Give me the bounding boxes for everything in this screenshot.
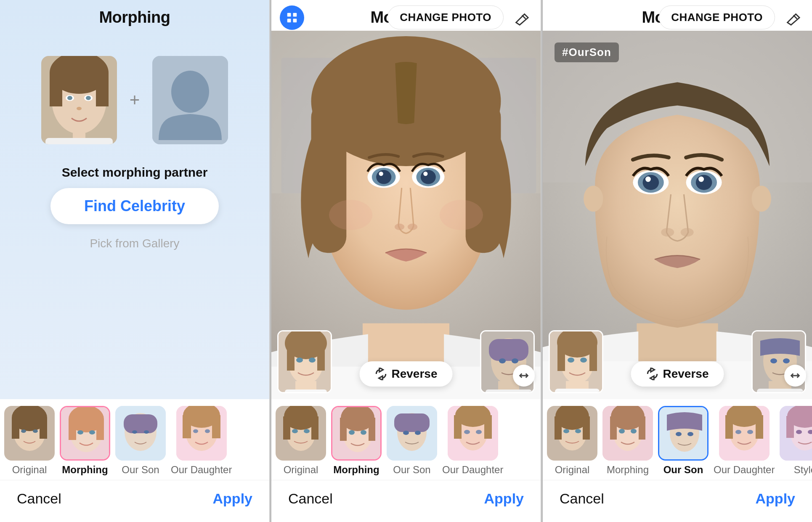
screen3-thumb-female[interactable] [549,330,603,393]
screen3-expand-btn[interactable] [784,365,806,387]
screen2-thumb-female-svg [279,331,332,393]
svg-rect-11 [45,138,113,144]
svg-point-144 [563,429,569,433]
svg-rect-37 [212,415,220,438]
svg-point-13 [171,71,209,113]
svg-point-112 [584,185,603,212]
svg-rect-43 [293,19,297,22]
screen3-cancel-btn[interactable]: Cancel [560,490,604,507]
tab-ourson-s1[interactable]: Our Son [115,406,166,476]
svg-point-106 [464,430,470,434]
person2-placeholder[interactable] [152,56,228,144]
person1-face-svg [41,56,117,144]
reverse-icon [375,368,387,380]
svg-point-117 [645,177,651,182]
tab-thumb-original-svg-s1 [4,406,55,461]
tab-thumb-original-s3 [547,406,597,461]
svg-point-152 [631,429,637,434]
tab-label-ourson-s1: Our Son [122,464,159,476]
screen1-tabs-strip: Original Morphing [0,399,269,480]
screen3-reverse-btn[interactable]: Reverse [631,361,724,387]
svg-point-27 [89,430,95,435]
tab-morphing-s2[interactable]: Morphing [331,406,382,476]
svg-rect-132 [555,389,600,393]
svg-rect-104 [454,415,462,439]
screen2-expand-btn[interactable] [513,365,535,387]
reverse-label: Reverse [392,367,438,381]
screen3-change-photo-btn[interactable]: CHANGE PHOTO [659,5,775,29]
screen3-tabs-strip: Original Morphing [543,399,812,480]
svg-point-99 [403,431,409,435]
svg-point-130 [580,358,587,363]
grid-icon-circle[interactable] [280,5,304,30]
svg-rect-42 [287,19,291,22]
screen1-cancel-btn[interactable]: Cancel [17,490,61,507]
svg-point-145 [575,429,581,433]
screen2-header: Morphing CHANGE PHOTO [271,0,541,31]
screen3-apply-btn[interactable]: Apply [756,490,795,507]
tab-morphing-s3[interactable]: Morphing [602,406,653,476]
screen2-apply-btn[interactable]: Apply [484,490,524,507]
svg-rect-127 [557,342,565,371]
tab-thumb-ourson-s1 [115,406,166,461]
tab-morphing-s1[interactable]: Morphing [60,406,110,476]
screen2-header-right: CHANGE PHOTO [387,5,532,29]
screen3-header: Morphing CHANGE PHOTO [543,0,812,31]
screen1-header: Morphing [0,0,269,31]
pick-gallery-button[interactable]: Pick from Gallery [85,233,183,254]
tab-ourson-s2[interactable]: Our Son [387,406,437,476]
screen3-main-image: #OurSon [543,31,812,399]
tab-style-s3[interactable]: Style [780,406,812,476]
svg-rect-93 [369,418,375,441]
svg-rect-17 [12,418,19,439]
tab-label-ourson-s3: Our Son [663,464,703,476]
tab-thumb-style-s3 [780,406,812,461]
tab-label-ourdaughter-s1: Our Daughter [171,464,232,476]
svg-point-20 [33,429,38,433]
screen1-apply-btn[interactable]: Apply [213,490,252,507]
svg-rect-143 [583,416,590,440]
tab-thumb-original-s2 [276,406,326,461]
tab-original-s1[interactable]: Original [4,406,55,476]
tab-ourdaughter-s1[interactable]: Our Daughter [171,406,232,476]
screen3-eraser-btn[interactable] [781,6,804,29]
screen3-watermark: #OurSon [555,42,619,62]
screen2-eraser-btn[interactable] [509,6,532,29]
svg-point-162 [735,430,741,434]
find-celebrity-button[interactable]: Find Celebrity [50,188,219,224]
screen2-reverse-btn[interactable]: Reverse [360,361,453,387]
svg-rect-160 [725,415,733,439]
tab-thumb-ourson-s3 [658,406,709,461]
tab-original-s3[interactable]: Original [547,406,597,476]
expand-icon [518,370,530,382]
person1-photo[interactable] [41,56,117,144]
screen2-main-image: Reverse [271,31,541,399]
svg-point-107 [476,430,482,434]
tab-thumb-ourdaughter-s2 [448,406,498,461]
screen2-thumb-female[interactable] [277,330,332,393]
svg-point-57 [379,172,383,176]
screen2-cancel-btn[interactable]: Cancel [288,490,333,507]
screen2-grid-btn[interactable] [280,5,304,30]
svg-rect-85 [283,416,290,440]
tab-ourson-s3[interactable]: Our Son [658,406,709,476]
tab-label-ourdaughter-s2: Our Daughter [442,464,503,476]
svg-point-56 [376,170,391,184]
tab-ourdaughter-s2[interactable]: Our Daughter [442,406,503,476]
svg-point-63 [408,224,417,230]
svg-point-6 [67,96,72,100]
screen2-action-bar: Cancel Apply [271,480,541,522]
svg-point-39 [205,429,210,433]
svg-rect-149 [610,416,617,440]
svg-rect-138 [757,389,803,393]
svg-point-122 [661,228,674,237]
svg-point-169 [796,430,802,434]
tab-thumb-ourson-s2 [387,406,437,461]
tab-ourdaughter-s3[interactable]: Our Daughter [714,406,775,476]
tab-original-s2[interactable]: Original [276,406,326,476]
screen2-change-photo-btn[interactable]: CHANGE PHOTO [387,5,504,29]
svg-point-64 [329,200,372,230]
svg-rect-150 [639,416,645,440]
svg-point-136 [783,358,790,363]
svg-point-8 [86,96,91,100]
